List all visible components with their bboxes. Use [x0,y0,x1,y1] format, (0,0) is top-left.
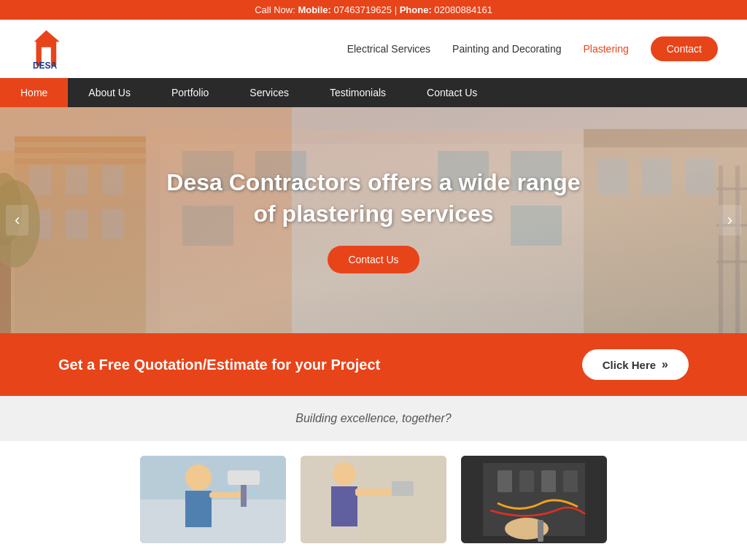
painting-card-svg [140,456,286,543]
hero-prev-button[interactable]: ‹ [6,205,28,236]
svg-rect-53 [331,486,357,526]
svg-rect-60 [541,470,556,492]
nav-portfolio[interactable]: Portfolio [151,78,229,107]
svg-rect-46 [228,470,260,485]
cta-banner: Get a Free Quotation/Estimate for your P… [0,333,747,396]
plastering-card-svg [301,456,446,543]
nav-contact[interactable]: Contact Us [406,78,498,107]
svg-rect-63 [538,520,543,542]
svg-rect-58 [498,470,512,492]
nav-about[interactable]: About Us [68,78,151,107]
top-bar: Call Now: Mobile: 07463719625 | Phone: 0… [0,0,747,20]
svg-text:DESA: DESA [33,61,58,71]
logo-icon: DESA CONTRACTORS [29,27,69,71]
services-row [0,441,747,551]
svg-point-52 [333,462,356,486]
cta-banner-text: Get a Free Quotation/Estimate for your P… [58,357,380,373]
svg-rect-44 [209,492,246,498]
nav-services[interactable]: Services [229,78,309,107]
nav-testimonials[interactable]: Testimonials [309,78,406,107]
svg-point-47 [226,486,232,491]
hero-heading: Desa Contractors offers a wide range of … [155,167,592,230]
hero-next-button[interactable]: › [719,205,741,236]
svg-rect-54 [355,489,395,496]
hero-content: Desa Contractors offers a wide range of … [0,107,747,333]
header-nav-painting[interactable]: Painting and Decorating [452,43,561,55]
svg-rect-43 [185,491,212,527]
hero-cta-button[interactable]: Contact Us [328,246,419,273]
nav-home[interactable]: Home [0,78,68,107]
service-card-plastering [301,456,446,543]
cta-banner-button[interactable]: Click Here » [582,349,689,380]
main-nav: Home About Us Portfolio Services Testimo… [0,78,747,107]
header-contact-button[interactable]: Contact [651,36,718,61]
electrical-card-svg [461,456,607,543]
svg-rect-55 [392,481,414,496]
logo: DESA CONTRACTORS [29,27,69,71]
header: DESA CONTRACTORS Electrical Services Pai… [0,20,747,78]
service-card-painting [140,456,286,543]
cta-arrow-icon: » [662,358,668,371]
svg-rect-61 [563,470,578,492]
svg-point-48 [251,490,255,494]
tagline-section: Building excellence, together? [0,396,747,441]
header-nav-electrical[interactable]: Electrical Services [347,43,430,55]
header-nav: Electrical Services Painting and Decorat… [347,36,718,61]
hero-section: Desa Contractors offers a wide range of … [0,107,747,333]
svg-marker-1 [34,31,60,42]
tagline-text: Building excellence, together? [295,412,451,424]
svg-rect-59 [519,470,534,492]
topbar-text: Call Now: Mobile: 07463719625 | Phone: 0… [255,4,492,15]
svg-rect-51 [359,456,446,543]
svg-point-42 [185,464,212,491]
svg-rect-41 [140,499,286,543]
header-nav-plastering[interactable]: Plastering [583,43,628,55]
service-card-electrical [461,456,607,543]
